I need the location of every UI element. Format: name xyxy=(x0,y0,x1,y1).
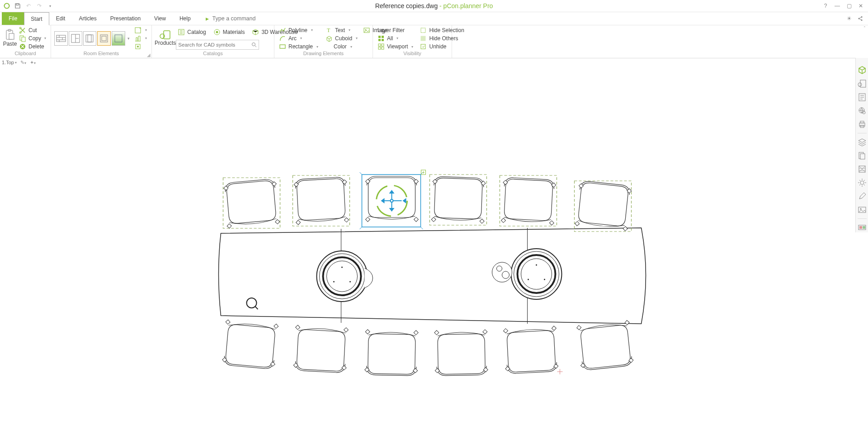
door-tool[interactable] xyxy=(69,31,82,46)
redo-icon[interactable]: ↷ xyxy=(35,2,43,10)
wall-tool[interactable] xyxy=(54,31,68,46)
app-icon xyxy=(3,2,11,10)
side-globe-icon[interactable] xyxy=(857,106,867,116)
svg-rect-38 xyxy=(378,44,381,46)
viewport-name[interactable]: 1.Top xyxy=(2,60,14,65)
side-layers-icon[interactable] xyxy=(857,137,867,147)
undo-icon[interactable]: ↶ xyxy=(24,2,33,10)
tab-presentation[interactable]: Presentation xyxy=(104,12,147,25)
help-icon[interactable]: ? xyxy=(822,3,829,9)
svg-rect-99 xyxy=(859,226,862,229)
svg-point-77 xyxy=(858,83,862,86)
polyline-button[interactable]: Polyline xyxy=(277,26,320,34)
svg-rect-40 xyxy=(378,47,381,49)
render-mode-icon[interactable]: ✎▾ xyxy=(20,60,26,66)
chair-top-4 xyxy=(430,175,487,225)
side-3d-icon[interactable] xyxy=(857,65,867,75)
catalog-search[interactable] xyxy=(176,40,259,50)
side-image-icon[interactable] xyxy=(857,205,867,215)
svg-point-23 xyxy=(137,46,139,47)
ribbon: Paste Cut Copy▾ Delete Clipboard ▾ + xyxy=(0,25,868,58)
side-product-search-icon[interactable] xyxy=(857,79,867,89)
svg-rect-43 xyxy=(421,36,425,41)
floor-tool[interactable] xyxy=(112,31,125,46)
viewport-dd-icon[interactable]: ▾ xyxy=(15,61,17,65)
command-prompt-icon: ▸ xyxy=(206,12,209,25)
rectangle-button[interactable]: Rectangle xyxy=(277,43,320,51)
side-pen-icon[interactable] xyxy=(857,191,867,201)
room-option-1[interactable]: + xyxy=(132,26,149,34)
minimize-icon[interactable]: — xyxy=(834,3,841,9)
document-name: Reference copies.dwg xyxy=(375,2,438,9)
arc-button[interactable]: Arc xyxy=(277,34,320,42)
search-icon[interactable] xyxy=(250,42,259,47)
products-button[interactable]: Products xyxy=(155,26,176,50)
room-option-3[interactable] xyxy=(132,43,149,51)
window-controls: ? — ▢ ✕ xyxy=(818,3,868,9)
color-button[interactable]: Color xyxy=(332,43,359,51)
cuboid-button[interactable]: Cuboid xyxy=(324,34,359,42)
svg-line-94 xyxy=(864,180,865,181)
svg-text:+: + xyxy=(422,170,425,175)
room-option-2[interactable] xyxy=(132,34,149,42)
svg-line-92 xyxy=(859,180,860,181)
svg-rect-11 xyxy=(22,37,25,42)
delete-button[interactable]: Delete xyxy=(17,43,48,51)
svg-point-87 xyxy=(860,181,864,184)
svg-rect-19 xyxy=(115,35,122,42)
layer-filter-button[interactable]: Layer Filter xyxy=(376,26,415,34)
maximize-icon[interactable]: ▢ xyxy=(845,3,853,9)
side-properties-icon[interactable] xyxy=(857,92,867,102)
side-sun-icon[interactable] xyxy=(857,178,867,188)
catalog-button[interactable]: Catalog xyxy=(176,28,208,36)
room-launcher-icon[interactable]: ◢ xyxy=(147,52,151,57)
cut-button[interactable]: Cut xyxy=(17,26,48,34)
group-catalogs: Products Catalog Materials 3D Warehouse … xyxy=(152,25,274,58)
window-tool[interactable] xyxy=(83,31,97,46)
group-visibility: Layer Filter All Viewport Hide Selection… xyxy=(373,25,452,58)
close-icon[interactable]: ✕ xyxy=(857,3,864,9)
table-pot-right xyxy=(511,249,562,299)
room-more-icon[interactable]: ▾ xyxy=(127,36,130,41)
chair-bottom-6 xyxy=(576,320,634,371)
svg-rect-37 xyxy=(382,39,384,41)
side-hatch-icon[interactable] xyxy=(857,164,867,174)
side-media-icon[interactable] xyxy=(857,222,867,232)
tab-file[interactable]: File xyxy=(2,12,24,25)
viewport-button[interactable]: Viewport xyxy=(376,43,415,51)
svg-text:+: + xyxy=(139,27,141,30)
paste-button[interactable]: Paste xyxy=(3,26,17,50)
chair-top-3-selected[interactable]: + xyxy=(360,170,426,229)
share-icon[interactable] xyxy=(857,15,863,22)
brightness-icon[interactable]: ☀ xyxy=(847,15,852,22)
svg-rect-16 xyxy=(88,35,91,42)
svg-rect-36 xyxy=(378,39,381,41)
room-tool-selected[interactable] xyxy=(97,31,111,46)
floor-plan: + xyxy=(0,66,855,430)
catalog-search-input[interactable] xyxy=(176,42,250,47)
menubar-right: ☀ xyxy=(847,12,868,25)
command-input[interactable] xyxy=(212,12,286,25)
svg-rect-35 xyxy=(382,36,384,38)
chair-top-2 xyxy=(293,175,350,226)
tab-view[interactable]: View xyxy=(147,12,173,25)
tab-start[interactable]: Start xyxy=(24,12,49,25)
tab-edit[interactable]: Edit xyxy=(49,12,72,25)
viewport-settings-icon[interactable]: ✦▾ xyxy=(30,60,36,66)
all-button[interactable]: All xyxy=(376,34,415,42)
text-button[interactable]: TText xyxy=(324,26,359,34)
qat-dropdown-icon[interactable]: ▾ xyxy=(46,2,54,10)
window-title: Reference copies.dwg - pCon.planner Pro xyxy=(0,2,868,9)
ribbon-collapse-icon[interactable]: ˆ xyxy=(864,26,865,31)
side-print-icon[interactable] xyxy=(857,119,867,129)
tab-articles[interactable]: Articles xyxy=(72,12,103,25)
svg-line-62 xyxy=(360,227,362,229)
save-icon[interactable] xyxy=(14,2,22,10)
side-sheets-icon[interactable] xyxy=(857,151,867,161)
materials-button[interactable]: Materials xyxy=(212,28,247,36)
drawing-canvas[interactable]: + xyxy=(0,66,855,430)
tab-help[interactable]: Help xyxy=(173,12,198,25)
chair-bottom-3 xyxy=(365,330,419,376)
copy-button[interactable]: Copy▾ xyxy=(17,34,48,42)
chair-bottom-2 xyxy=(293,325,349,373)
